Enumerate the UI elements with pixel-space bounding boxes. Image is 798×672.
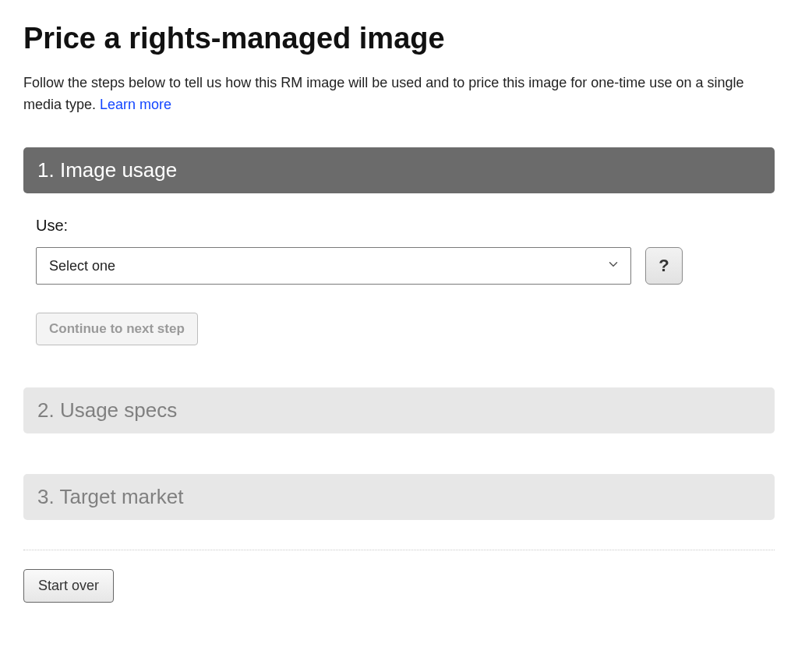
help-button[interactable]: ? <box>645 247 683 285</box>
learn-more-link[interactable]: Learn more <box>100 97 171 112</box>
divider <box>23 550 775 550</box>
use-label: Use: <box>36 217 762 235</box>
spacer <box>23 353 775 387</box>
step-1-body: Use: Select one ? Continue to next step <box>23 193 775 353</box>
intro-text: Follow the steps below to tell us how th… <box>23 73 775 116</box>
use-select[interactable]: Select one <box>36 247 631 285</box>
step-1-header: 1. Image usage <box>23 147 775 193</box>
continue-button[interactable]: Continue to next step <box>36 313 198 345</box>
step-2-header[interactable]: 2. Usage specs <box>23 387 775 433</box>
step-3-header[interactable]: 3. Target market <box>23 474 775 520</box>
page-title: Price a rights-managed image <box>23 22 775 55</box>
use-select-wrapper: Select one <box>36 247 631 285</box>
use-select-row: Select one ? <box>36 247 762 285</box>
spacer <box>23 433 775 474</box>
start-over-button[interactable]: Start over <box>23 569 114 603</box>
